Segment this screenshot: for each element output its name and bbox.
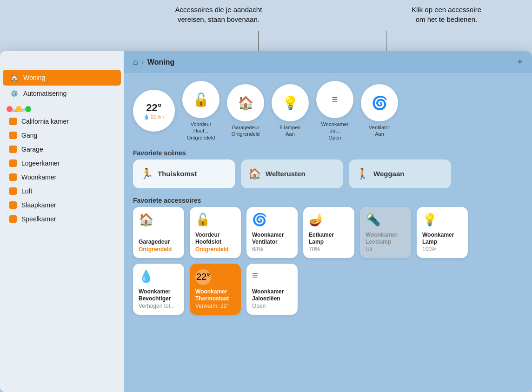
- acc-voordeur-icon: 🔓: [195, 213, 210, 227]
- acc-woonkamer-bevochtiger[interactable]: 💧 WoonkamerBevochtiger Verhogen tot...: [133, 264, 184, 315]
- top-accessories-strip: 22° 💧 20% ↑ 🔓 Voordeur Hoof...Ontgrendel…: [124, 73, 532, 146]
- speelkamer-icon: [9, 215, 17, 223]
- sidebar-item-loft[interactable]: Loft: [3, 184, 121, 198]
- slaapkamer-icon: [9, 201, 17, 209]
- acc-garagedeur-name: Garagedeur: [139, 239, 172, 246]
- sidebar-automatisering-label: Automatisering: [23, 90, 66, 97]
- acc-ventilator-status: 68%: [252, 246, 284, 252]
- sidebar-item-california-kamer[interactable]: California kamer: [3, 114, 121, 128]
- scene-weggaan[interactable]: 🚶 Weggaan: [349, 159, 451, 188]
- page-title: Woning: [147, 58, 513, 66]
- sidebar-item-woonkamer[interactable]: Woonkamer: [3, 170, 121, 184]
- temperature-tile[interactable]: 22° 💧 20% ↑: [133, 90, 175, 132]
- sidebar-item-logeerkamer[interactable]: Logeerkamer: [3, 156, 121, 170]
- acc-bevochtiger-name: WoonkamerBevochtiger: [139, 288, 175, 303]
- jaloezieen-circle-icon: ≡: [316, 81, 353, 118]
- acc-woonkamer-jaloezieen[interactable]: ≡ WoonkamerJaloeziëen Open: [246, 264, 298, 315]
- top-acc-lampen[interactable]: 💡 6 lampenAan: [272, 84, 309, 138]
- scenes-grid: 🏃 Thuiskomst 🏠 Welterusten 🚶 Weggaan: [124, 159, 532, 193]
- sidebar-item-speelkamer[interactable]: Speelkamer: [3, 212, 121, 226]
- garagedeur-circle-label: GaragedeurOntgrendeld: [232, 124, 260, 138]
- speelkamer-label: Speelkamer: [21, 215, 56, 223]
- acc-jaloezieen-status: Open: [252, 303, 284, 309]
- weggaan-label: Weggaan: [373, 170, 404, 178]
- acc-thermostaat-status: Verwarm: 22°: [195, 303, 229, 309]
- woonkamer-icon: [9, 173, 17, 181]
- annotation-2: Klik op een accessoireom het te bedienen…: [386, 5, 507, 24]
- acc-woonkamer-leeslamp[interactable]: 🔦 WoonkamerLeeslamp Uit: [360, 207, 411, 258]
- sidebar-item-slaapkamer[interactable]: Slaapkamer: [3, 198, 121, 212]
- acc-leeslamp-status: Uit: [366, 246, 397, 252]
- top-acc-ventilator[interactable]: 🌀 VentilatorAan: [361, 84, 398, 138]
- acc-eetkamer-icon: 🪔: [309, 213, 324, 227]
- acc-woonkamer-thermostaat[interactable]: 22° WoonkamerThermostaat Verwarm: 22°: [190, 264, 241, 315]
- acc-thermostaat-name: WoonkamerThermostaat: [195, 288, 229, 303]
- acc-garagedeur[interactable]: 🏠 Garagedeur Ontgrendeld: [133, 207, 184, 258]
- temperature-value: 22°: [146, 102, 161, 114]
- acc-voordeur-status: Ontgrendeld: [195, 246, 228, 252]
- sidebar-item-automatisering[interactable]: ⚙️ Automatisering: [3, 86, 121, 101]
- top-acc-voordeur[interactable]: 🔓 Voordeur Hoof...Ontgrendeld: [182, 81, 219, 141]
- weggaan-icon: 🚶: [356, 168, 369, 180]
- thuiskomst-label: Thuiskomst: [158, 170, 197, 178]
- acc-garagedeur-icon: 🏠: [139, 213, 153, 227]
- acc-lamp-icon: 💡: [422, 213, 437, 227]
- accessories-grid: 🏠 Garagedeur Ontgrendeld 🔓 VoordeurHoofd…: [124, 207, 532, 324]
- gang-icon: [9, 132, 17, 139]
- loft-label: Loft: [21, 187, 32, 195]
- acc-leeslamp-icon: 🔦: [366, 213, 380, 227]
- acc-bevochtiger-status: Verhogen tot...: [139, 303, 175, 309]
- california-kamer-label: California kamer: [21, 118, 69, 125]
- acc-ventilator-name: WoonkamerVentilator: [252, 232, 284, 246]
- sidebar-item-garage[interactable]: Garage: [3, 142, 121, 156]
- acc-ventilator-icon: 🌀: [252, 213, 267, 227]
- loft-icon: [9, 187, 17, 195]
- acc-bevochtiger-icon: 💧: [139, 269, 153, 284]
- acc-voordeur-slot[interactable]: 🔓 VoordeurHoofdslot Ontgrendeld: [190, 207, 241, 258]
- acc-leeslamp-name: WoonkamerLeeslamp: [366, 232, 397, 246]
- acc-thermostaat-icon: 22°: [195, 269, 211, 285]
- sidebar: 🏠 Woning ⚙️ Automatisering Kamers Califo…: [0, 51, 124, 392]
- acc-garagedeur-status: Ontgrendeld: [139, 246, 172, 252]
- add-button[interactable]: +: [517, 57, 523, 67]
- minimize-button[interactable]: [16, 106, 22, 112]
- maximize-button[interactable]: [25, 106, 31, 112]
- woonkamer-label: Woonkamer: [21, 173, 56, 181]
- sidebar-item-woning[interactable]: 🏠 Woning: [3, 70, 121, 86]
- garagedeur-circle-icon: 🏠: [227, 84, 264, 121]
- garage-icon: [9, 146, 17, 153]
- acc-lamp-status: 100%: [422, 246, 454, 252]
- scene-welterusten[interactable]: 🏠 Welterusten: [241, 159, 343, 188]
- top-acc-jaloezieen[interactable]: ≡ Woonkamer Ja...Open: [316, 81, 353, 141]
- garage-label: Garage: [21, 146, 43, 153]
- up-arrow-icon: ↑: [162, 114, 165, 120]
- header-chevron-icon: ›: [142, 59, 144, 66]
- main-content: ⌂ › Woning + 22° 💧 20% ↑ 🔓 Voordeur Hoof…: [124, 51, 532, 392]
- top-acc-garagedeur[interactable]: 🏠 GaragedeurOntgrendeld: [227, 84, 264, 138]
- sidebar-item-gang[interactable]: Gang: [3, 128, 121, 142]
- acc-eetkamer-name: EetkamerLamp: [309, 232, 334, 246]
- california-kamer-icon: [9, 118, 17, 125]
- humidity-value: 💧 20% ↑: [143, 114, 165, 120]
- acc-woonkamer-ventilator[interactable]: 🌀 WoonkamerVentilator 68%: [246, 207, 298, 258]
- acc-eetkamer-lamp[interactable]: 🪔 EetkamerLamp 70%: [303, 207, 354, 258]
- automation-icon: ⚙️: [9, 89, 19, 98]
- home-icon: 🏠: [9, 73, 19, 82]
- acc-lamp-name: WoonkamerLamp: [422, 232, 454, 246]
- ventilator-circle-label: VentilatorAan: [369, 124, 390, 138]
- main-header: ⌂ › Woning +: [124, 51, 532, 73]
- acc-eetkamer-status: 70%: [309, 246, 334, 252]
- thuiskomst-icon: 🏃: [140, 168, 153, 180]
- scenes-section-label: Favoriete scènes: [124, 146, 532, 159]
- accessories-section-label: Favoriete accessoires: [124, 193, 532, 207]
- drop-icon: 💧: [143, 114, 150, 120]
- jaloezieen-circle-label: Woonkamer Ja...Open: [316, 121, 353, 141]
- acc-woonkamer-lamp[interactable]: 💡 WoonkamerLamp 100%: [417, 207, 468, 258]
- scene-thuiskomst[interactable]: 🏃 Thuiskomst: [133, 159, 235, 188]
- header-home-icon: ⌂: [133, 57, 138, 67]
- close-button[interactable]: [7, 106, 13, 112]
- annotation-line-1: [258, 31, 259, 53]
- welterusten-label: Welterusten: [266, 170, 306, 178]
- logeerkamer-label: Logeerkamer: [21, 159, 60, 167]
- lampen-circle-icon: 💡: [272, 84, 309, 121]
